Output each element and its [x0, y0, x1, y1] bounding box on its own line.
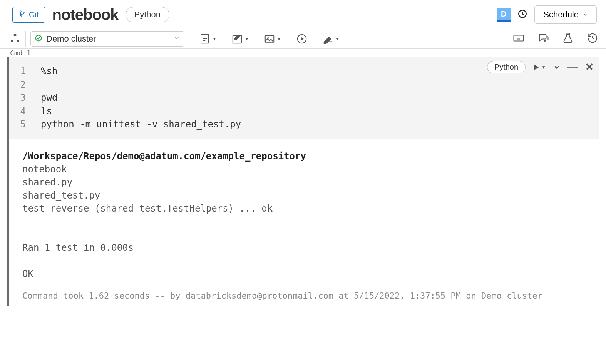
git-button[interactable]: Git	[12, 7, 45, 23]
file-menu-icon[interactable]: ▼	[199, 33, 217, 45]
cluster-name: Demo cluster	[46, 34, 96, 44]
output-line: notebook	[22, 163, 599, 176]
svg-point-2	[23, 12, 25, 13]
output-line: Ran 1 test in 0.000s	[22, 241, 599, 254]
close-icon[interactable]: ✕	[585, 61, 594, 73]
cell-language-pill[interactable]: Python	[487, 61, 526, 73]
git-label: Git	[29, 10, 39, 19]
output-line: ----------------------------------------…	[22, 228, 599, 241]
output-line	[22, 254, 599, 267]
chevron-down-icon	[169, 34, 180, 44]
notebook-cell: Python ▼ — ✕ 1 2 3 4 5 %sh pwd ls python…	[7, 57, 599, 306]
run-icon[interactable]	[296, 33, 308, 45]
image-menu-icon[interactable]: ▼	[264, 33, 281, 45]
svg-point-1	[20, 15, 21, 17]
line-gutter: 1 2 3 4 5	[9, 65, 33, 131]
svg-rect-4	[14, 34, 17, 36]
output-path: /Workspace/Repos/demo@adatum.com/example…	[22, 150, 599, 163]
schedule-button[interactable]: Schedule	[534, 5, 597, 24]
top-bar: Git notebook Python D Schedule	[0, 0, 606, 29]
output-line	[22, 215, 599, 228]
chevron-down-icon[interactable]	[553, 63, 561, 71]
git-branch-icon	[19, 10, 26, 19]
cluster-selector[interactable]: Demo cluster	[30, 31, 184, 47]
cluster-status-icon	[35, 34, 42, 44]
history-icon[interactable]	[587, 32, 598, 45]
output-line: OK	[22, 267, 599, 281]
minimize-icon[interactable]: —	[567, 61, 578, 73]
run-cell-icon[interactable]: ▼	[532, 63, 546, 71]
comments-icon[interactable]	[537, 32, 549, 45]
svg-rect-5	[11, 40, 13, 42]
cell-toolbar: Python ▼ — ✕	[487, 61, 594, 73]
experiments-icon[interactable]	[562, 32, 574, 45]
edit-menu-icon[interactable]: ▼	[231, 33, 249, 45]
execution-status: Command took 1.62 seconds -- by databric…	[9, 284, 599, 306]
keyboard-icon[interactable]	[513, 32, 524, 45]
svg-rect-6	[17, 40, 19, 42]
chevron-down-icon	[583, 10, 588, 20]
cmd-label: Cmd 1	[0, 49, 606, 57]
clear-menu-icon[interactable]: ▼	[322, 33, 340, 45]
svg-rect-14	[566, 33, 570, 35]
svg-rect-13	[514, 35, 524, 41]
user-avatar[interactable]: D	[497, 8, 511, 22]
svg-point-0	[20, 11, 21, 12]
code-content: %sh pwd ls python -m unittest -v shared_…	[33, 65, 241, 131]
schedule-label: Schedule	[543, 10, 579, 20]
hierarchy-icon[interactable]	[8, 31, 26, 47]
output-line: shared.py	[22, 176, 599, 189]
output-line: test_reverse (shared_test.TestHelpers) .…	[22, 202, 599, 215]
cell-output: /Workspace/Repos/demo@adatum.com/example…	[9, 139, 599, 284]
clock-icon[interactable]	[517, 9, 527, 20]
toolbar: Demo cluster ▼ ▼ ▼ ▼	[0, 29, 606, 49]
language-pill[interactable]: Python	[126, 7, 170, 22]
output-line: shared_test.py	[22, 189, 599, 202]
notebook-title[interactable]: notebook	[52, 6, 119, 23]
